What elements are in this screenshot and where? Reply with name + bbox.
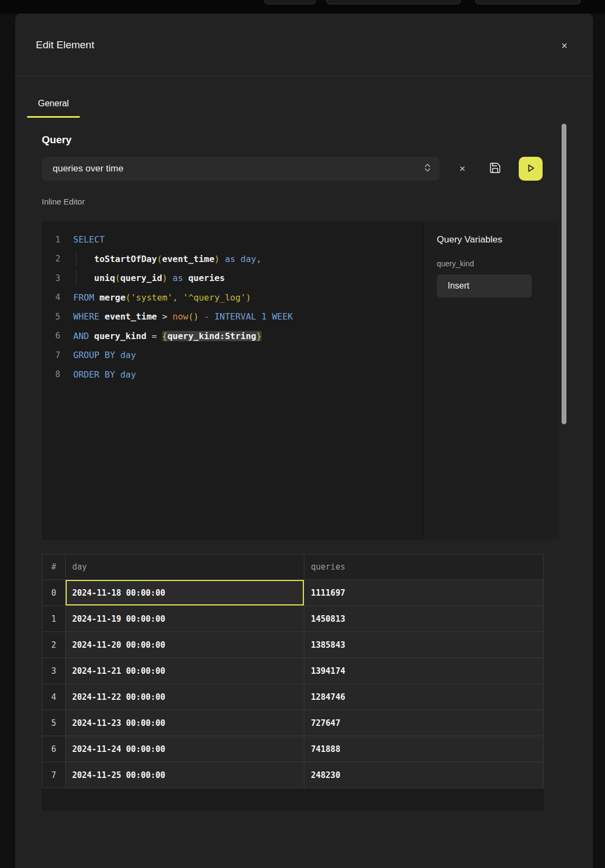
table-row: 02024-11-18 00:00:001111697	[42, 580, 544, 606]
query-variables-panel: Query Variables query_kind Insert	[423, 221, 559, 540]
table-row: 12024-11-19 00:00:001450813	[42, 606, 544, 632]
row-index: 5	[42, 710, 66, 736]
code-line[interactable]: 6AND query_kind = {query_kind:String}	[42, 327, 423, 346]
sql-editor[interactable]: 1SELECT2 toStartOfDay(event_time) as day…	[42, 221, 423, 540]
play-icon	[524, 162, 537, 176]
day-cell[interactable]: 2024-11-21 00:00:00	[66, 658, 304, 684]
line-number: 4	[42, 292, 60, 302]
edit-element-modal: Edit Element × General Query queries ove…	[15, 14, 593, 868]
line-number: 1	[42, 235, 60, 245]
queries-cell[interactable]: 248230	[304, 762, 544, 788]
table-row: 32024-11-21 00:00:001394174	[42, 658, 544, 684]
row-index: 7	[42, 762, 66, 788]
day-cell[interactable]: 2024-11-25 00:00:00	[66, 762, 304, 788]
code-line[interactable]: 1SELECT	[42, 230, 423, 250]
row-index: 3	[42, 658, 66, 684]
background-ui-fragment	[475, 0, 581, 4]
insert-variable-button[interactable]: Insert	[437, 275, 532, 297]
modal-content: Query queries over time ×	[15, 118, 593, 811]
code-line-text: WHERE event_time > now() - INTERVAL 1 WE…	[73, 311, 293, 322]
query-heading: Query	[42, 134, 559, 146]
day-cell[interactable]: 2024-11-18 00:00:00	[66, 580, 304, 606]
tab-bar: General	[27, 98, 593, 118]
code-line-text: GROUP BY day	[73, 350, 136, 360]
code-line[interactable]: 2 toStartOfDay(event_time) as day,	[42, 250, 423, 269]
query-select-value: queries over time	[53, 163, 422, 174]
code-line[interactable]: 7GROUP BY day	[42, 346, 423, 365]
queries-cell[interactable]: 1394174	[304, 658, 544, 684]
row-index: 6	[42, 736, 66, 762]
queries-cell[interactable]: 1284746	[304, 684, 544, 710]
code-line[interactable]: 5WHERE event_time > now() - INTERVAL 1 W…	[42, 307, 423, 327]
day-cell[interactable]: 2024-11-22 00:00:00	[66, 684, 304, 710]
code-line-text: uniq(query_id) as queries	[73, 273, 225, 283]
modal-header: Edit Element ×	[15, 14, 593, 76]
query-controls-row: queries over time ×	[42, 157, 559, 181]
queries-cell[interactable]: 727647	[304, 710, 544, 736]
code-line-text: FROM merge('system', '^query_log')	[73, 292, 251, 303]
save-query-button[interactable]	[485, 159, 505, 178]
code-line-text: toStartOfDay(event_time) as day,	[73, 254, 262, 264]
code-line[interactable]: 3 uniq(query_id) as queries	[42, 269, 423, 288]
row-index: 1	[42, 606, 66, 632]
variable-name-label: query_kind	[437, 259, 546, 268]
line-number: 8	[42, 369, 60, 379]
results-section: #dayqueries 02024-11-18 00:00:0011116971…	[42, 554, 559, 811]
day-cell[interactable]: 2024-11-23 00:00:00	[66, 710, 304, 736]
row-index: 2	[42, 632, 66, 658]
code-line-text: ORDER BY day	[73, 369, 136, 380]
run-query-button[interactable]	[519, 157, 543, 181]
column-header: day	[66, 554, 304, 580]
background-ui-fragment	[264, 0, 316, 4]
close-button[interactable]: ×	[556, 37, 572, 54]
queries-cell[interactable]: 1111697	[304, 580, 544, 606]
code-line[interactable]: 4FROM merge('system', '^query_log')	[42, 288, 423, 308]
inline-editor-label: Inline Editor	[42, 197, 559, 206]
table-row: 42024-11-22 00:00:001284746	[42, 684, 544, 710]
background-topbar	[0, 0, 605, 14]
day-cell[interactable]: 2024-11-20 00:00:00	[66, 632, 304, 658]
results-footer-gap	[42, 788, 544, 811]
modal-scrollbar[interactable]	[562, 124, 566, 424]
line-number: 6	[42, 331, 60, 341]
day-cell[interactable]: 2024-11-24 00:00:00	[66, 736, 304, 762]
clear-query-button[interactable]: ×	[454, 163, 471, 175]
select-updown-icon	[422, 162, 433, 176]
table-row: 52024-11-23 00:00:00727647	[42, 710, 544, 736]
day-cell[interactable]: 2024-11-19 00:00:00	[66, 606, 304, 632]
row-index: 4	[42, 684, 66, 710]
modal-title: Edit Element	[36, 39, 572, 51]
column-header: queries	[304, 554, 544, 580]
column-header: #	[42, 554, 66, 580]
line-number: 3	[42, 273, 60, 283]
queries-cell[interactable]: 1385843	[304, 632, 544, 658]
code-line[interactable]: 8ORDER BY day	[42, 365, 423, 385]
queries-cell[interactable]: 741888	[304, 736, 544, 762]
results-header-row: #dayqueries	[42, 554, 544, 580]
line-number: 5	[42, 312, 60, 322]
save-icon	[489, 162, 501, 176]
tab-general[interactable]: General	[27, 98, 80, 118]
queries-cell[interactable]: 1450813	[304, 606, 544, 632]
table-row: 72024-11-25 00:00:00248230	[42, 762, 544, 788]
table-row: 62024-11-24 00:00:00741888	[42, 736, 544, 762]
code-line-text: SELECT	[73, 234, 105, 245]
query-variables-heading: Query Variables	[437, 234, 546, 245]
query-select[interactable]: queries over time	[42, 157, 440, 181]
background-ui-fragment	[326, 0, 461, 4]
results-table: #dayqueries 02024-11-18 00:00:0011116971…	[42, 554, 544, 788]
row-index: 0	[42, 580, 66, 606]
code-line-text: AND query_kind = {query_kind:String}	[73, 331, 262, 341]
table-row: 22024-11-20 00:00:001385843	[42, 632, 544, 658]
line-number: 2	[42, 254, 60, 264]
line-number: 7	[42, 350, 60, 360]
sql-editor-container: 1SELECT2 toStartOfDay(event_time) as day…	[42, 221, 559, 540]
